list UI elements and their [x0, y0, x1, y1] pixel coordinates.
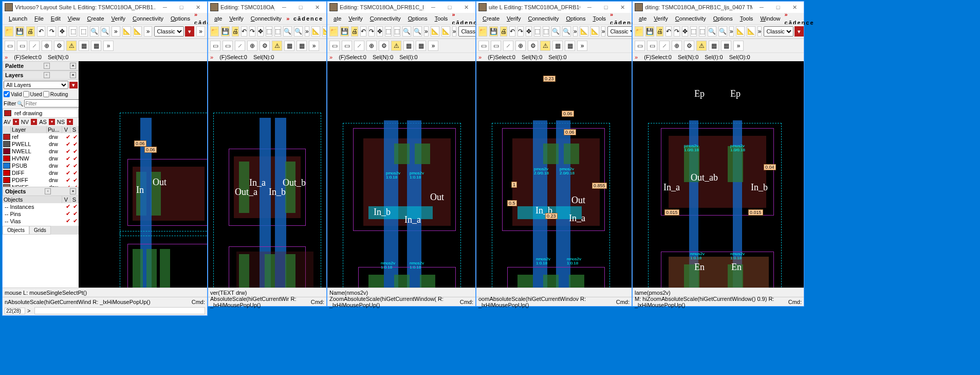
- toolbar-btn[interactable]: ⚠: [696, 41, 707, 51]
- toolbar-btn[interactable]: ↶: [360, 26, 366, 37]
- toolbar-btn[interactable]: ▭: [17, 41, 27, 51]
- toolbar-btn[interactable]: 🔍: [413, 26, 422, 37]
- toolbar-btn[interactable]: »: [452, 26, 457, 37]
- toolbar-btn[interactable]: 📐: [590, 26, 599, 37]
- menu-connectivity[interactable]: Connectivity: [367, 14, 404, 23]
- toolbar-btn[interactable]: 🔍: [402, 26, 411, 37]
- toolbar-btn[interactable]: 🔍: [718, 26, 727, 37]
- layout-canvas[interactable]: In_aOut_bOut_aIn_b: [208, 61, 326, 288]
- toolbar-btn[interactable]: ↶: [241, 26, 247, 37]
- toolbar-btn[interactable]: ↷: [674, 26, 680, 37]
- toolbar-btn[interactable]: ⊕: [515, 41, 526, 51]
- menu-verify[interactable]: Verify: [226, 14, 247, 23]
- toolbar-btn[interactable]: ▭: [342, 41, 352, 51]
- toolbar-btn[interactable]: »: [309, 41, 319, 51]
- toolbar-btn[interactable]: ⬚: [699, 26, 706, 37]
- toolbar-btn[interactable]: »: [144, 26, 153, 37]
- menu-verify[interactable]: Verify: [651, 14, 671, 23]
- menu-ate[interactable]: ate: [636, 14, 650, 23]
- toolbar-btn[interactable]: 📐: [311, 26, 320, 37]
- toolbar-btn[interactable]: ⚙: [684, 41, 694, 51]
- workspace-select[interactable]: Classic: [154, 26, 184, 37]
- cmd-input[interactable]: [34, 307, 205, 314]
- toolbar-btn[interactable]: ▦: [416, 41, 426, 51]
- toolbar-btn[interactable]: »: [757, 26, 762, 37]
- toolbar-btn[interactable]: »: [601, 26, 606, 37]
- maximize-button[interactable]: □: [293, 2, 308, 12]
- toolbar-btn[interactable]: 🔍: [294, 26, 303, 37]
- toolbar-btn[interactable]: ⬚: [534, 26, 541, 37]
- toolbar-btn[interactable]: ⚠: [540, 41, 550, 51]
- menu-file[interactable]: File: [31, 14, 47, 23]
- menu-tools[interactable]: Tools: [432, 14, 451, 23]
- toolbar-btn[interactable]: 📁: [635, 26, 643, 37]
- layer-row[interactable]: PSUBdrw✔✔: [3, 162, 79, 169]
- toolbar-btn[interactable]: ⟋: [354, 41, 364, 51]
- toolbar-btn[interactable]: ▭: [491, 41, 501, 51]
- layer-row[interactable]: refdrw✔✔: [3, 133, 79, 140]
- menu-create[interactable]: Create: [479, 14, 503, 23]
- menu-tools[interactable]: Tools: [737, 14, 756, 23]
- minimize-button[interactable]: ─: [277, 2, 291, 12]
- toolbar-btn[interactable]: »: [112, 26, 120, 37]
- toolbar-btn[interactable]: ⊕: [672, 41, 682, 51]
- toolbar-btn[interactable]: ⬚: [394, 26, 400, 37]
- toolbar-btn[interactable]: ⚙: [528, 41, 538, 51]
- toolbar-btn[interactable]: ⊕: [42, 41, 52, 51]
- menu-options[interactable]: Options: [563, 14, 588, 23]
- toolbar-btn[interactable]: ⬚: [385, 26, 392, 37]
- toolbar-btn[interactable]: 🔍: [283, 26, 292, 37]
- toolbar-btn[interactable]: 💾: [15, 26, 24, 37]
- toolbar-btn[interactable]: 📐: [322, 26, 326, 37]
- toolbar-btn[interactable]: ⚙: [260, 41, 270, 51]
- layout-canvas[interactable]: EpEpOut_abIn_aIn_bEnEn0.040.0150.015pmos…: [633, 61, 804, 288]
- toolbar-btn[interactable]: ✥: [257, 26, 264, 37]
- workspace-select[interactable]: Classic: [607, 26, 632, 37]
- layer-row[interactable]: HVNWdrw✔✔: [3, 155, 79, 162]
- minimize-button[interactable]: ─: [158, 2, 172, 12]
- menu-verify[interactable]: Verify: [108, 14, 129, 23]
- maximize-button[interactable]: □: [174, 2, 189, 12]
- toolbar-btn[interactable]: ⚠: [272, 41, 282, 51]
- toolbar-btn[interactable]: ▭: [223, 41, 233, 51]
- toolbar-btn[interactable]: 🔍: [551, 26, 560, 37]
- minimize-button[interactable]: ─: [582, 2, 597, 12]
- all-layers-select[interactable]: All Layers: [4, 81, 68, 89]
- menu-ate[interactable]: ate: [211, 14, 225, 23]
- toolbar-btn[interactable]: ▦: [552, 41, 563, 51]
- menu-view[interactable]: View: [65, 14, 83, 23]
- tab-grids[interactable]: Grids: [29, 226, 51, 235]
- toolbar-btn[interactable]: 🖨: [500, 26, 507, 37]
- toolbar-btn[interactable]: ⬚: [266, 26, 272, 37]
- toolbar-btn[interactable]: »: [428, 41, 438, 51]
- toolbar-btn[interactable]: ⟋: [659, 41, 670, 51]
- toolbar-btn[interactable]: 🖨: [656, 26, 663, 37]
- minimize-button[interactable]: ─: [754, 2, 769, 12]
- toolbar-btn[interactable]: ↷: [249, 26, 255, 37]
- toolbar-btn[interactable]: ▦: [284, 41, 294, 51]
- layout-canvas[interactable]: OutIn_bIn_apmos2v1:0.18pmos2v1:0.18nmos2…: [327, 61, 475, 288]
- menu-tools[interactable]: Tools: [589, 14, 609, 23]
- toolbar-btn[interactable]: 🖨: [26, 26, 35, 37]
- toolbar-btn[interactable]: ▦: [721, 41, 731, 51]
- toolbar-btn[interactable]: ✥: [58, 26, 67, 37]
- menu-connectivity[interactable]: Connectivity: [130, 14, 167, 23]
- dropdown-icon[interactable]: ▾: [185, 26, 194, 37]
- layer-row[interactable]: PWELLdrw✔✔: [3, 140, 79, 148]
- menu-window[interactable]: Window: [757, 14, 783, 23]
- toolbar-btn[interactable]: 📁: [5, 26, 13, 37]
- toolbar-btn[interactable]: ✥: [526, 26, 532, 37]
- toolbar-btn[interactable]: ⊕: [366, 41, 377, 51]
- toolbar-btn[interactable]: ▭: [329, 41, 340, 51]
- toolbar-btn[interactable]: ⚠: [66, 41, 77, 51]
- toolbar-btn[interactable]: ⬚: [690, 26, 697, 37]
- menu-options[interactable]: Options: [168, 14, 193, 23]
- toolbar-btn[interactable]: 📐: [122, 26, 131, 37]
- toolbar-btn[interactable]: ⚙: [379, 41, 389, 51]
- toolbar-btn[interactable]: »: [305, 26, 309, 37]
- toolbar-btn[interactable]: ⬚: [274, 26, 281, 37]
- object-row[interactable]: -- Instances✔✔: [3, 203, 79, 210]
- workspace-select[interactable]: Classic: [764, 26, 793, 37]
- toolbar-btn[interactable]: ⟋: [235, 41, 245, 51]
- menu-options[interactable]: Options: [710, 14, 736, 23]
